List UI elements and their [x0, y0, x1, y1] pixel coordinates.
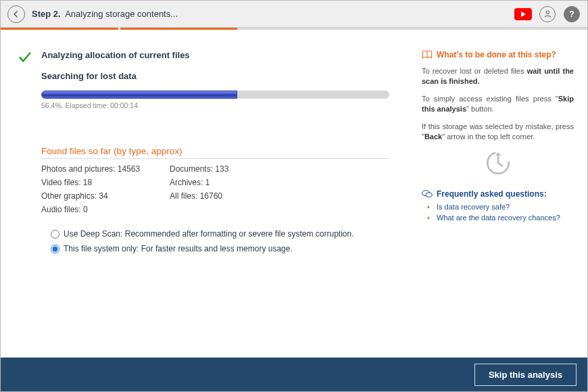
- side-p3: If this storage was selected by mistake,…: [422, 122, 574, 143]
- arrow-left-icon: [11, 9, 21, 19]
- side-heading-text: What's to be done at this step?: [437, 50, 556, 59]
- option-this-fs-only[interactable]: This file system only: For faster result…: [51, 244, 408, 253]
- step-number: Step 2.: [32, 9, 61, 19]
- step-title: Analyzing storage contents...: [65, 9, 178, 19]
- found-documents: Documents: 133: [170, 164, 298, 174]
- side-panel: What's to be done at this step? To recov…: [422, 50, 574, 358]
- youtube-button[interactable]: [514, 5, 532, 23]
- faq-icon: [422, 189, 433, 199]
- side-p1: To recover lost or deleted files wait un…: [422, 66, 574, 87]
- option-deep-scan-radio[interactable]: [51, 230, 59, 239]
- found-other-graphics: Other graphics: 34: [41, 191, 170, 201]
- account-button[interactable]: [539, 5, 556, 23]
- side-p2: To simply access existing files press "S…: [422, 94, 574, 115]
- option-deep-scan[interactable]: Use Deep Scan: Recommended after formatt…: [51, 229, 408, 239]
- scan-progress-caption: 56.4%. Elapsed time: 00:00:14: [41, 101, 408, 109]
- youtube-icon: [514, 8, 532, 20]
- help-button[interactable]: ?: [563, 5, 581, 23]
- faq-heading: Frequently asked questions:: [422, 189, 574, 199]
- faq-list: Is data recovery safe? What are the data…: [422, 203, 574, 222]
- checkmark-icon: [18, 50, 32, 67]
- scan-spinner-icon: [422, 149, 574, 177]
- option-this-fs-only-label: This file system only: For faster result…: [64, 244, 293, 253]
- found-video: Video files: 18: [41, 178, 170, 187]
- user-icon: [539, 6, 556, 22]
- svg-point-1: [546, 11, 549, 14]
- faq-link[interactable]: Is data recovery safe?: [430, 203, 574, 211]
- option-this-fs-only-radio[interactable]: [51, 245, 59, 253]
- faq-link[interactable]: What are the data recovery chances?: [430, 214, 574, 222]
- step-label: Step 2. Analyzing storage contents...: [32, 9, 178, 19]
- found-archives: Archives: 1: [170, 178, 298, 187]
- main-panel: Analyzing allocation of current files Se…: [14, 50, 408, 358]
- found-all-files: All files: 16760: [170, 191, 298, 201]
- found-files-heading: Found files so far (by type, approx): [41, 146, 389, 159]
- scan-progress-fill: [41, 91, 237, 99]
- skip-analysis-button[interactable]: Skip this analysis: [474, 364, 577, 386]
- found-audio: Audio files: 0: [41, 205, 170, 214]
- header-bar: Step 2. Analyzing storage contents... ?: [1, 1, 587, 28]
- scan-progress-bar: [41, 91, 389, 99]
- searching-title: Searching for lost data: [41, 71, 408, 81]
- svg-point-5: [426, 193, 432, 197]
- back-button[interactable]: [7, 5, 25, 23]
- found-files-grid: Photos and pictures: 14563 Documents: 13…: [41, 164, 389, 214]
- book-icon: [422, 50, 433, 59]
- analyzing-title: Analyzing allocation of current files: [41, 50, 408, 60]
- help-icon: ?: [564, 6, 580, 22]
- found-photos: Photos and pictures: 14563: [41, 164, 170, 174]
- faq-heading-text: Frequently asked questions:: [437, 189, 547, 199]
- footer-bar: Skip this analysis: [1, 358, 587, 391]
- scan-options: Use Deep Scan: Recommended after formatt…: [51, 229, 408, 253]
- side-heading: What's to be done at this step?: [422, 50, 574, 59]
- option-deep-scan-label: Use Deep Scan: Recommended after formatt…: [64, 229, 354, 239]
